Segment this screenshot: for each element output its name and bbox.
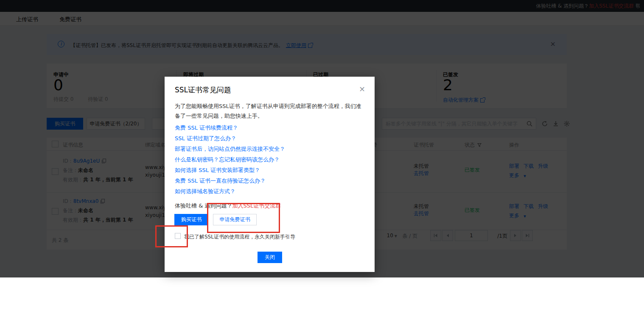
faq-link-deploy-type[interactable]: 如何选择 SSL 证书安装部署类型？ bbox=[175, 165, 285, 175]
faq-link-renewal[interactable]: 免费 SSL 证书续费流程？ bbox=[175, 122, 285, 133]
modal-close-button[interactable]: 关闭 bbox=[258, 252, 282, 263]
modal-title: SSL证书常见问题 bbox=[175, 85, 231, 95]
faq-link-pending-verify[interactable]: 免费 SSL 证书一直在待验证怎么办？ bbox=[175, 175, 285, 186]
faq-link-list: 免费 SSL 证书续费流程？ SSL 证书过期了怎么办？ 部署证书后，访问站点仍… bbox=[175, 122, 285, 197]
faq-link-insecure[interactable]: 部署证书后，访问站点仍然提示连接不安全？ bbox=[175, 144, 285, 154]
modal-buy-certificate-button[interactable]: 购买证书 bbox=[174, 214, 208, 225]
faq-link-private-key[interactable]: 什么是私钥密码？忘记私钥密码该怎么办？ bbox=[175, 154, 285, 165]
join-group-link[interactable]: 加入SSL证书交流群 bbox=[232, 202, 281, 209]
faq-link-expired[interactable]: SSL 证书过期了怎么办？ bbox=[175, 133, 285, 144]
ssl-faq-modal: SSL证书常见问题 × 为了您能顺畅使用SSL证书，了解证书从申请到完成部署的整… bbox=[165, 77, 375, 272]
modal-feedback-line: 体验吐槽 & 遇到问题？加入SSL证书交流群 bbox=[175, 202, 281, 210]
modal-intro: 为了您能顺畅使用SSL证书，了解证书从申请到完成部署的整个流程，我们准备了一些常… bbox=[175, 101, 367, 121]
ssl-console-screen: 体验吐槽 & 遇到问题？加入SSL证书交流群 帮 上传证书 免费证书 i 【证书… bbox=[0, 0, 644, 330]
dont-show-again-label: 我已了解SSL证书的使用流程，永久关闭新手引导 bbox=[184, 233, 295, 241]
modal-apply-free-button[interactable]: 申请免费证书 bbox=[213, 214, 257, 225]
faq-link-domain-verify[interactable]: 如何选择域名验证方式？ bbox=[175, 186, 285, 197]
dont-show-again-checkbox[interactable] bbox=[175, 233, 181, 239]
modal-close-icon[interactable]: × bbox=[359, 85, 365, 93]
